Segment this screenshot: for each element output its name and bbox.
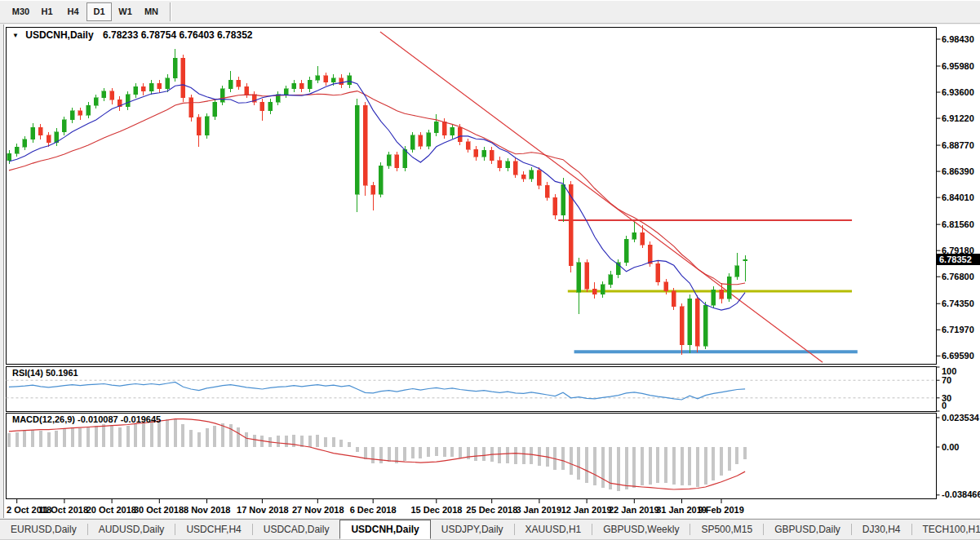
chart-tab-gbpusd-daily[interactable]: GBPUSD,Daily <box>764 520 851 539</box>
candle <box>78 111 82 115</box>
candle <box>173 58 177 77</box>
price-axis-label: 6.88770 <box>942 140 974 150</box>
timeframe-buttons: M30H1H4D1W1MN <box>8 2 165 21</box>
candle <box>181 58 185 97</box>
candle <box>205 117 209 135</box>
candle <box>712 290 716 305</box>
date-axis-label: 8 Nov 2018 <box>184 505 230 515</box>
candle <box>110 91 114 100</box>
chart-tab-dj30-h4[interactable]: DJ30,H4 <box>852 520 911 539</box>
date-axis-label: 20 Oct 2018 <box>86 505 136 515</box>
candle <box>157 83 162 89</box>
candle <box>641 232 645 245</box>
candle <box>23 139 27 147</box>
price-axis-label: 6.69590 <box>942 351 974 361</box>
candle <box>213 102 217 117</box>
rsi-axis-label: 70 <box>942 375 951 385</box>
timeframe-button-h4[interactable]: H4 <box>60 2 86 21</box>
candle <box>609 275 613 285</box>
chart-tab-usdcnh-daily[interactable]: USDCNH,Daily <box>339 520 430 539</box>
candle <box>537 170 541 186</box>
candle <box>530 170 534 179</box>
candle <box>419 135 423 146</box>
candle <box>513 162 517 175</box>
candle <box>299 83 304 89</box>
candle <box>102 91 106 98</box>
date-axis-label: 9 Feb 2019 <box>698 505 744 515</box>
chart-tabs-bar: EURUSD,DailyAUDUSD,DailyUSDCHF,H4USDCAD,… <box>0 519 980 540</box>
candle <box>355 105 359 194</box>
candle <box>553 197 557 215</box>
toolbar-separator <box>170 2 171 21</box>
candle <box>62 120 66 132</box>
date-axis-label: 27 Nov 2018 <box>292 505 344 515</box>
candle <box>458 127 462 142</box>
timeframe-button-h1[interactable]: H1 <box>34 2 60 21</box>
chart-tab-audusd-daily[interactable]: AUDUSD,Daily <box>88 520 175 539</box>
timeframe-button-w1[interactable]: W1 <box>113 2 138 21</box>
candle <box>228 80 233 89</box>
candle <box>561 184 565 215</box>
date-axis-label: 22 Jan 2019 <box>609 505 659 515</box>
macd-indicator-label: MACD(12,26,9) -0.010087 -0.019645 <box>12 414 161 424</box>
candle <box>220 89 224 102</box>
candle <box>545 185 549 197</box>
candle <box>592 289 596 294</box>
candle <box>363 105 367 185</box>
candle <box>292 83 296 89</box>
price-axis-label: 6.95980 <box>942 61 974 71</box>
candle <box>521 175 525 179</box>
candle <box>197 117 201 135</box>
candle <box>434 122 438 132</box>
chart-tab-sp500-m15[interactable]: SP500,M15 <box>690 520 763 539</box>
chart-tab-usdcad-daily[interactable]: USDCAD,Daily <box>253 520 340 539</box>
candle <box>506 162 510 168</box>
candle <box>585 263 589 289</box>
chart-tab-usdjpy-daily[interactable]: USDJPY,Daily <box>431 520 514 539</box>
timeframe-button-d1[interactable]: D1 <box>86 2 112 21</box>
candle <box>260 102 264 111</box>
chart-tab-xauusd-h1[interactable]: XAUUSD,H1 <box>515 520 592 539</box>
symbol-dropdown-icon[interactable]: ▼ <box>12 32 19 39</box>
candle <box>339 78 344 85</box>
candle <box>735 266 739 277</box>
candle <box>284 89 288 95</box>
chart-window[interactable]: ▼ USDCNH,Daily 6.78233 6.78754 6.76403 6… <box>3 24 980 518</box>
date-axis-label: 6 Dec 2018 <box>350 505 397 515</box>
candle <box>727 277 731 299</box>
date-axis-label: 30 Oct 2018 <box>134 505 184 515</box>
chart-tab-eurusd-daily[interactable]: EURUSD,Daily <box>0 520 87 539</box>
price-axis-label: 6.84010 <box>942 193 974 202</box>
date-axis-label: 17 Nov 2018 <box>237 505 289 515</box>
price-axis-label: 6.76800 <box>942 272 974 281</box>
candle <box>410 135 415 150</box>
candle <box>624 239 628 262</box>
candle <box>490 150 494 160</box>
candle <box>427 133 431 146</box>
timeframe-button-mn[interactable]: MN <box>139 2 164 21</box>
chart-title: ▼ USDCNH,Daily 6.78233 6.78754 6.76403 6… <box>12 29 252 41</box>
chart-tab-usdchf-h4[interactable]: USDCHF,H4 <box>175 520 251 539</box>
candle <box>38 127 42 135</box>
chart-tab-gbpusd-weekly[interactable]: GBPUSD,Weekly <box>592 520 690 539</box>
rsi-axis-label: 0 <box>942 401 947 410</box>
candle <box>268 102 273 111</box>
rsi-indicator-label: RSI(14) 50.1961 <box>12 368 78 378</box>
chart-tab-tech100-h1[interactable]: TECH100,H1 <box>912 520 980 539</box>
candle <box>31 127 35 139</box>
candle <box>442 122 446 135</box>
candle <box>348 76 352 85</box>
mt4-terminal: { "toolbar": { "timeframes": [ {"label":… <box>0 0 980 540</box>
date-axis-label: 3 Jan 2019 <box>516 505 561 515</box>
candle <box>141 86 145 91</box>
price-chart-canvas[interactable] <box>4 24 980 518</box>
candle <box>656 263 660 282</box>
price-axis-label: 6.86390 <box>942 166 974 176</box>
candle <box>403 149 407 168</box>
candle <box>695 299 699 346</box>
timeframe-button-m30[interactable]: M30 <box>8 2 33 21</box>
macd-axis-label: -0.038466 <box>942 489 980 499</box>
candle <box>743 259 747 261</box>
price-axis-label: 6.98430 <box>942 34 974 44</box>
candle <box>601 285 605 294</box>
